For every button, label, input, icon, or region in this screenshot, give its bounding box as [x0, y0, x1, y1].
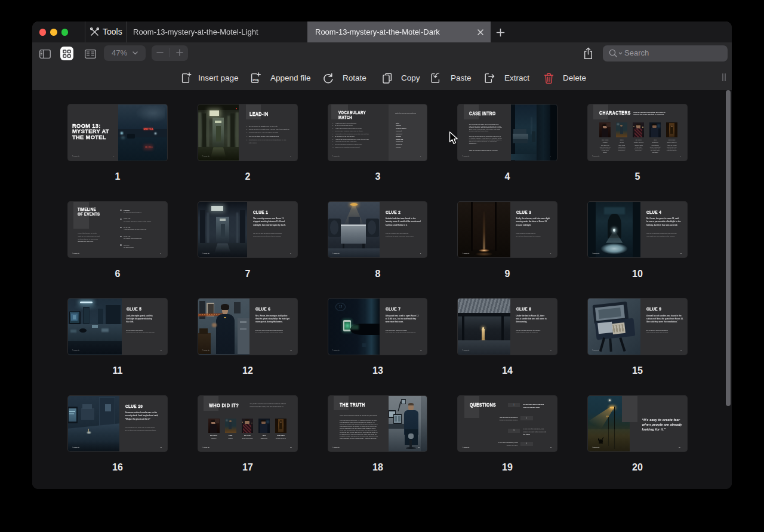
svg-text:PDF: PDF	[252, 78, 259, 82]
